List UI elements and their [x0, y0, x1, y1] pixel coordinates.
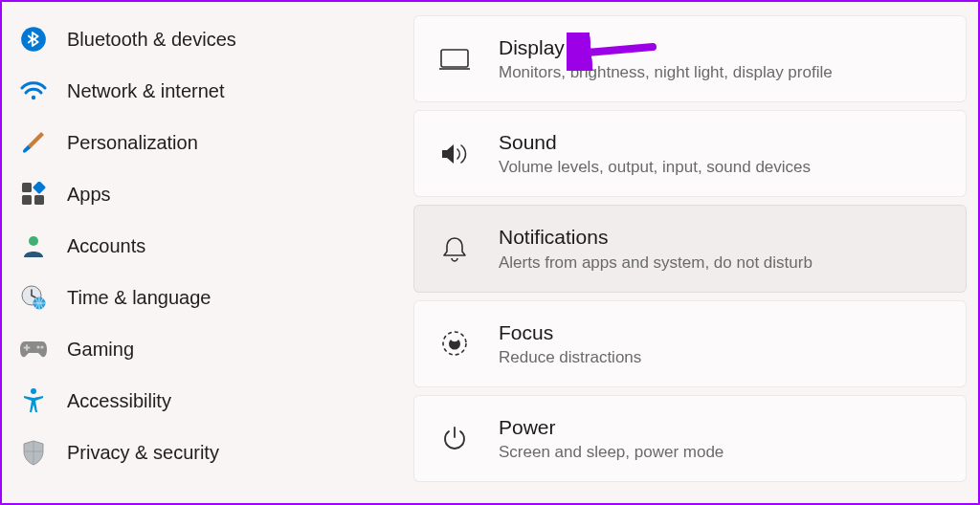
card-notifications[interactable]: Notifications Alerts from apps and syste… — [413, 205, 967, 292]
sidebar-item-accounts[interactable]: Accounts — [11, 220, 366, 272]
svg-rect-12 — [441, 50, 468, 67]
card-title: Power — [499, 415, 724, 439]
card-sound[interactable]: Sound Volume levels, output, input, soun… — [413, 110, 967, 197]
svg-point-1 — [32, 96, 35, 99]
card-desc: Monitors, brightness, night light, displ… — [499, 63, 833, 82]
svg-point-6 — [29, 236, 38, 246]
sidebar-item-privacy-security[interactable]: Privacy & security — [11, 427, 366, 478]
sidebar-item-label: Personalization — [67, 132, 198, 154]
svg-rect-4 — [22, 195, 32, 205]
sidebar-item-personalization[interactable]: Personalization — [11, 117, 366, 168]
person-icon — [17, 230, 50, 262]
svg-rect-5 — [34, 195, 44, 205]
svg-rect-2 — [22, 183, 32, 192]
svg-rect-3 — [33, 182, 46, 194]
clock-globe-icon — [17, 281, 50, 314]
sidebar-item-label: Bluetooth & devices — [67, 29, 236, 51]
card-text: Notifications Alerts from apps and syste… — [499, 225, 813, 272]
shield-icon — [17, 436, 50, 469]
sidebar-item-label: Accessibility — [67, 390, 171, 412]
sidebar-item-time-language[interactable]: Time & language — [11, 272, 366, 323]
card-title: Notifications — [499, 225, 813, 249]
card-desc: Alerts from apps and system, do not dist… — [499, 253, 813, 273]
card-desc: Reduce distractions — [499, 348, 641, 367]
card-text: Display Monitors, brightness, night ligh… — [499, 35, 833, 82]
power-icon — [435, 419, 474, 457]
card-power[interactable]: Power Screen and sleep, power mode — [413, 395, 967, 482]
sidebar-item-bluetooth-devices[interactable]: Bluetooth & devices — [11, 13, 366, 65]
wifi-icon — [17, 75, 50, 107]
system-settings-list: Display Monitors, brightness, night ligh… — [366, 2, 978, 503]
card-title: Sound — [499, 130, 811, 154]
card-focus[interactable]: Focus Reduce distractions — [413, 300, 967, 387]
sidebar-item-label: Time & language — [67, 287, 211, 309]
sidebar-item-apps[interactable]: Apps — [11, 168, 366, 220]
sidebar-item-accessibility[interactable]: Accessibility — [11, 375, 366, 427]
sidebar-item-gaming[interactable]: Gaming — [11, 323, 366, 375]
card-text: Power Screen and sleep, power mode — [499, 415, 724, 462]
apps-icon — [17, 178, 50, 210]
sidebar-item-label: Network & internet — [67, 80, 225, 102]
svg-point-10 — [40, 345, 43, 348]
card-display[interactable]: Display Monitors, brightness, night ligh… — [413, 15, 967, 102]
sidebar-item-label: Apps — [67, 184, 111, 206]
gamepad-icon — [17, 333, 50, 365]
svg-point-9 — [36, 345, 39, 348]
card-title: Focus — [499, 320, 641, 344]
sidebar-item-label: Accounts — [67, 235, 145, 257]
card-title: Display — [499, 35, 833, 59]
card-desc: Screen and sleep, power mode — [499, 443, 724, 462]
sidebar-item-label: Gaming — [67, 339, 134, 361]
svg-point-11 — [31, 388, 36, 394]
sound-icon — [435, 135, 474, 173]
bluetooth-icon — [17, 23, 50, 55]
sidebar-item-network-internet[interactable]: Network & internet — [11, 65, 366, 117]
focus-icon — [435, 324, 474, 362]
display-icon — [435, 40, 474, 78]
sidebar-item-label: Privacy & security — [67, 442, 219, 464]
card-text: Sound Volume levels, output, input, soun… — [499, 130, 811, 177]
settings-sidebar: Bluetooth & devices Network & internet P… — [2, 2, 366, 503]
paintbrush-icon — [17, 126, 50, 159]
accessibility-icon — [17, 384, 50, 417]
card-desc: Volume levels, output, input, sound devi… — [499, 158, 811, 177]
bell-icon — [435, 230, 474, 268]
card-text: Focus Reduce distractions — [499, 320, 641, 367]
